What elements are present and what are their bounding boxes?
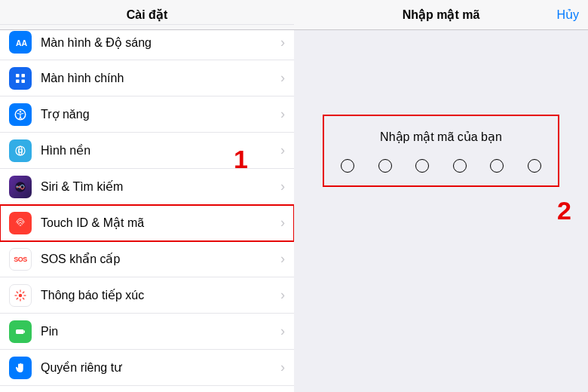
settings-row[interactable]: AAMàn hình & Độ sáng› [0,24,294,60]
row-label: Màn hình chính [41,72,280,85]
svg-text:AA: AA [16,38,27,47]
svg-point-8 [19,149,23,152]
passcode-dot [378,159,392,173]
svg-line-18 [23,291,24,292]
row-label: Siri & Tìm kiếm [41,179,280,194]
passcode-dot [453,159,467,173]
passcode-prompt: Nhập mật mã của bạn [332,130,550,144]
chevron-right-icon: › [280,215,285,231]
row-label: SOS khẩn cấp [41,252,280,266]
settings-row[interactable]: SOSSOS khẩn cấp› [0,241,294,277]
row-label: Touch ID & Mật mã [41,216,280,230]
settings-pane: Cài đặt AAMàn hình & Độ sáng›Màn hình ch… [0,0,294,392]
settings-row[interactable]: App Store› [0,386,294,392]
display-icon: AA [9,31,32,54]
settings-row[interactable]: Trợ năng› [0,96,294,133]
svg-line-16 [23,298,24,299]
cancel-button[interactable]: Hủy [556,8,579,22]
chevron-right-icon: › [280,251,285,267]
callout-number-1: 1 [234,145,248,174]
chevron-right-icon: › [280,70,285,86]
svg-line-15 [17,291,18,292]
row-label: Thông báo tiếp xúc [41,288,280,302]
accessibility-icon [9,103,32,126]
svg-rect-2 [22,74,26,78]
row-label: Trợ năng [41,107,280,121]
svg-rect-1 [16,74,20,78]
passcode-pane: Nhập mật mã Hủy Nhập mật mã của bạn 2 [294,0,588,392]
settings-row[interactable]: Thông báo tiếp xúc› [0,277,294,314]
battery-icon [9,320,32,343]
navbar-title-left: Cài đặt [127,8,167,22]
navbar-title-right: Nhập mật mã [403,8,480,22]
svg-rect-3 [16,79,20,83]
passcode-dot [490,159,504,173]
svg-line-17 [17,298,18,299]
svg-point-10 [19,293,23,297]
settings-row[interactable]: Siri & Tìm kiếm› [0,169,294,205]
hand-icon [9,357,32,379]
svg-point-6 [20,111,21,112]
chevron-right-icon: › [280,179,285,194]
svg-rect-20 [24,330,26,332]
fingerprint-icon [9,212,32,234]
chevron-right-icon: › [280,142,285,158]
exposure-icon [9,284,32,307]
passcode-dots[interactable] [332,159,550,173]
chevron-right-icon: › [280,35,285,51]
settings-list: AAMàn hình & Độ sáng›Màn hình chính›Trợ … [0,24,294,392]
sos-icon: SOS [9,248,32,271]
settings-row[interactable]: Quyền riêng tư› [0,350,294,386]
settings-row[interactable]: Touch ID & Mật mã› [0,205,294,241]
row-label: Màn hình & Độ sáng [41,35,280,50]
chevron-right-icon: › [280,287,285,303]
settings-row[interactable]: Hình nền› [0,133,294,169]
row-label: Pin [41,325,280,338]
chevron-right-icon: › [280,323,285,339]
svg-rect-19 [16,329,24,334]
callout-number-2: 2 [557,196,571,225]
svg-rect-4 [22,79,26,83]
chevron-right-icon: › [280,106,285,122]
row-label: Quyền riêng tư [41,360,280,375]
passcode-dot [341,159,354,173]
wallpaper-icon [9,139,32,162]
svg-point-7 [16,146,25,155]
passcode-dot [528,159,541,173]
settings-row[interactable]: Màn hình chính› [0,60,294,96]
navbar-right: Nhập mật mã Hủy [294,0,588,30]
passcode-dot [415,159,429,173]
settings-row[interactable]: Pin› [0,314,294,350]
passcode-area: Nhập mật mã của bạn [324,119,558,186]
siri-icon [9,176,32,198]
home-grid-icon [9,67,32,90]
chevron-right-icon: › [280,360,285,375]
